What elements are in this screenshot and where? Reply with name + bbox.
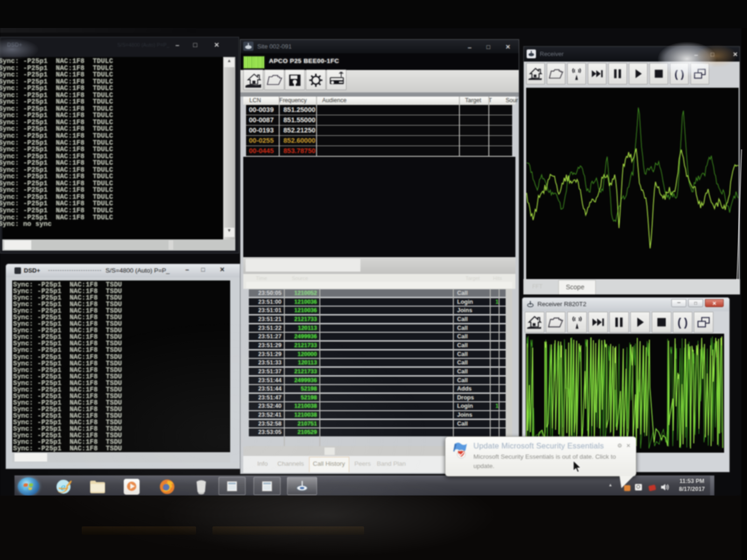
svg-text:e: e — [61, 481, 66, 493]
svg-text:( ): ( ) — [675, 68, 684, 80]
svg-text:( ): ( ) — [677, 316, 688, 329]
